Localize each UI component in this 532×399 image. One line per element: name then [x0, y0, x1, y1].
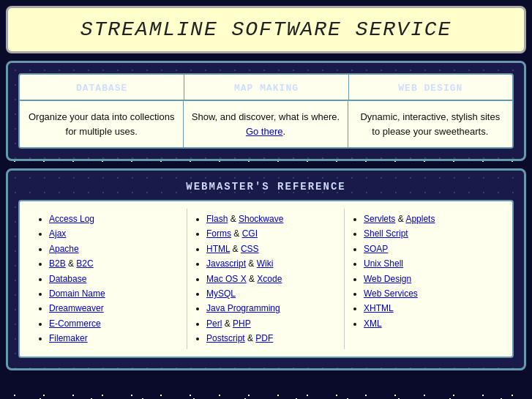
flash-link[interactable]: Flash — [206, 214, 228, 224]
list-item: Forms & CGI — [206, 226, 338, 241]
list-item: Servlets & Applets — [364, 212, 496, 226]
list-item: Filemaker — [49, 331, 181, 346]
cgi-link[interactable]: CGI — [242, 228, 258, 239]
list-item: Mac OS X & Xcode — [206, 272, 338, 286]
html-link[interactable]: HTML — [206, 244, 230, 254]
list-item: Java Programming — [206, 301, 338, 316]
ref-list-2: Flash & Shockwave Forms & CGI HTML & CSS… — [193, 212, 338, 346]
list-item: Dreamweaver — [49, 301, 181, 316]
webmaster-section: WEBMASTER'S REFERENCE Access Log Ajax Ap… — [6, 168, 526, 370]
macosx-link[interactable]: Mac OS X — [206, 274, 247, 284]
list-item: Javascript & Wiki — [206, 256, 338, 271]
service-header-mapmaking: MAP MAKING — [184, 75, 348, 100]
list-item: SOAP — [364, 242, 496, 256]
list-item: XML — [364, 316, 496, 331]
list-item: Perl & PHP — [206, 316, 338, 331]
css-link[interactable]: CSS — [241, 244, 259, 254]
services-body-row: Organize your data into collections for … — [20, 101, 512, 147]
list-item: B2B & B2C — [49, 256, 181, 271]
ecommerce-link[interactable]: E-Commerce — [49, 318, 101, 329]
webmaster-ref-inner: Access Log Ajax Apache B2B & B2C Databas… — [18, 200, 514, 358]
list-item: MySQL — [206, 286, 338, 301]
webmaster-ref-title: WEBMASTER'S REFERENCE — [18, 181, 514, 193]
soap-link[interactable]: SOAP — [364, 244, 388, 254]
web-services-link[interactable]: Web Services — [364, 288, 418, 299]
wiki-link[interactable]: Wiki — [257, 258, 274, 269]
go-there-link[interactable]: Go there — [246, 126, 283, 137]
apache-link[interactable]: Apache — [49, 244, 79, 254]
applets-link[interactable]: Applets — [405, 214, 435, 224]
xcode-link[interactable]: Xcode — [257, 274, 282, 284]
list-item: Ajax — [49, 226, 181, 241]
list-item: Domain Name — [49, 286, 181, 301]
domain-name-link[interactable]: Domain Name — [49, 288, 105, 299]
services-inner-box: DATABASE MAP MAKING WEB DESIGN Organize … — [18, 73, 514, 149]
mysql-link[interactable]: MySQL — [206, 288, 236, 299]
list-item: Unix Shell — [364, 256, 496, 271]
service-col-mapmaking: Show, and discover, what is where. Go th… — [184, 101, 348, 147]
access-log-link[interactable]: Access Log — [49, 214, 94, 224]
unix-shell-link[interactable]: Unix Shell — [364, 258, 403, 269]
service-header-database: DATABASE — [20, 75, 184, 100]
list-item: Access Log — [49, 212, 181, 226]
list-item: Web Services — [364, 286, 496, 301]
pdf-link[interactable]: PDF — [255, 333, 273, 343]
services-headers-row: DATABASE MAP MAKING WEB DESIGN — [20, 75, 512, 101]
list-item: HTML & CSS — [206, 242, 338, 256]
xml-link[interactable]: XML — [364, 318, 382, 329]
list-item: XHTML — [364, 301, 496, 316]
php-link[interactable]: PHP — [233, 318, 251, 329]
list-item: Apache — [49, 242, 181, 256]
perl-link[interactable]: Perl — [206, 318, 222, 329]
servlets-link[interactable]: Servlets — [364, 214, 395, 224]
list-item: Database — [49, 272, 181, 286]
filemaker-link[interactable]: Filemaker — [49, 333, 88, 343]
postscript-link[interactable]: Postscript — [206, 333, 245, 343]
service-header-webdesign: WEB DESIGN — [348, 75, 512, 100]
b2c-link[interactable]: B2C — [76, 258, 93, 269]
services-section: DATABASE MAP MAKING WEB DESIGN Organize … — [6, 61, 526, 161]
list-item: E-Commerce — [49, 316, 181, 331]
ref-list-3: Servlets & Applets Shell Script SOAP Uni… — [351, 212, 496, 331]
list-item: Flash & Shockwave — [206, 212, 338, 226]
ref-col-2: Flash & Shockwave Forms & CGI HTML & CSS… — [187, 209, 345, 349]
java-programming-link[interactable]: Java Programming — [206, 303, 280, 313]
site-title: STREAMLINE SOFTWARE SERVICE — [15, 18, 517, 41]
shockwave-link[interactable]: Shockwave — [239, 214, 283, 224]
ref-col-1: Access Log Ajax Apache B2B & B2C Databas… — [30, 209, 187, 349]
database-link[interactable]: Database — [49, 274, 86, 284]
xhtml-link[interactable]: XHTML — [364, 303, 394, 313]
list-item: Postscript & PDF — [206, 331, 338, 346]
forms-link[interactable]: Forms — [206, 228, 231, 239]
dreamweaver-link[interactable]: Dreamweaver — [49, 303, 104, 313]
ref-col-3: Servlets & Applets Shell Script SOAP Uni… — [345, 209, 502, 349]
ajax-link[interactable]: Ajax — [49, 228, 66, 239]
list-item: Shell Script — [364, 226, 496, 241]
web-design-link[interactable]: Web Design — [364, 274, 411, 284]
ref-list-1: Access Log Ajax Apache B2B & B2C Databas… — [36, 212, 181, 346]
shell-script-link[interactable]: Shell Script — [364, 228, 408, 239]
service-col-database: Organize your data into collections for … — [20, 101, 184, 147]
list-item: Web Design — [364, 272, 496, 286]
b2b-link[interactable]: B2B — [49, 258, 66, 269]
javascript-link[interactable]: Javascript — [206, 258, 246, 269]
service-col-webdesign: Dynamic, interactive, stylish sites to p… — [348, 101, 512, 147]
header-section: STREAMLINE SOFTWARE SERVICE — [6, 6, 526, 53]
